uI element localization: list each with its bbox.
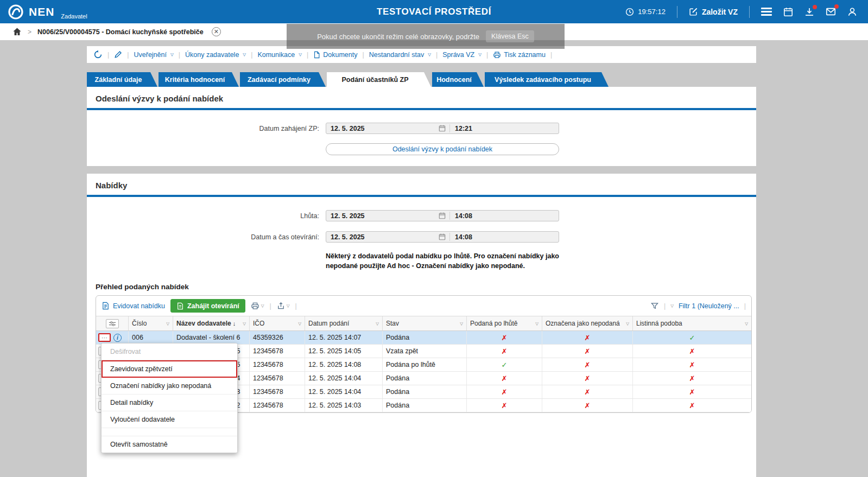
filter-caret-icon[interactable]: ▽ [240, 321, 246, 326]
filter-funnel-icon[interactable] [650, 302, 659, 310]
tab-zakladni-udaje[interactable]: Základní údaje [87, 72, 157, 87]
date-value[interactable]: 12. 5. 2025 [326, 233, 439, 241]
cell-listinna: ✗ [632, 385, 751, 398]
chevron-down-icon: ▽ [261, 303, 264, 308]
session-clock: 19:57:12 [625, 8, 666, 16]
cell-ico: 12345678 [249, 399, 305, 412]
filter-caret-icon[interactable]: ▽ [296, 321, 301, 326]
column-header-datum[interactable]: Datum podání▽ [305, 316, 382, 330]
open-bids-icon [176, 302, 184, 310]
section-underline [87, 195, 756, 197]
menu-divider [102, 428, 237, 436]
menu-item-detail-nabidky[interactable]: Detail nabídky [102, 395, 237, 411]
active-filter-label[interactable]: Filtr 1 (Neuložený ... [679, 302, 739, 310]
cell-listinna: ✗ [632, 372, 751, 385]
filter-caret-icon[interactable]: ▽ [743, 321, 748, 326]
chevron-down-icon: ▽ [428, 52, 431, 57]
cell-nepodana: ✗ [542, 331, 632, 344]
calendar-button[interactable] [783, 7, 793, 17]
cell-po-lhute: ✗ [466, 331, 542, 344]
menu-komunikace[interactable]: Komunikace▽ [257, 51, 302, 59]
zahajit-oteviani-button[interactable]: Zahájit otevírání [170, 299, 245, 313]
header-divider [749, 6, 750, 18]
messages-button[interactable] [826, 7, 836, 17]
filter-caret-icon[interactable]: ▽ [373, 321, 379, 326]
column-header-cislo[interactable]: Číslo▽ [128, 316, 173, 330]
menu-uverejneni[interactable]: Uveřejnění▽ [134, 51, 174, 59]
history-back-icon[interactable] [93, 50, 103, 59]
menu-item-zaevidovat-zpetvzeti[interactable]: Zaevidovat zpětvzetí [102, 360, 237, 378]
breadcrumb-record[interactable]: N006/25/V00004575 - Domácí kuchyňské spo… [37, 28, 204, 36]
print-table-button[interactable]: ▽ [251, 302, 264, 310]
datum-zahajeni-label: Datum zahájení ZP: [87, 125, 322, 132]
edit-record-icon[interactable] [114, 50, 122, 59]
record-tabs: Základní údaje Kritéria hodnocení Zadáva… [87, 72, 610, 87]
tab-zadavaci-podminky[interactable]: Zadávací podmínky [240, 72, 326, 87]
cell-nepodana: ✗ [542, 399, 632, 412]
time-value[interactable]: 12:21 [450, 125, 559, 132]
tab-podani-ucastniku-zp[interactable]: Podání účastníků ZP [327, 72, 431, 87]
menu-sprava-vz[interactable]: Správa VZ▽ [442, 51, 481, 59]
cell-listinna: ✗ [632, 345, 751, 358]
evidovat-nabidku-button[interactable]: Evidovat nabídku [102, 302, 165, 310]
esc-key-hint: Klávesa Esc [486, 30, 534, 42]
main-menu-button[interactable] [761, 6, 772, 17]
column-header-nepodana[interactable]: Označena jako nepodaná▽ [542, 316, 632, 330]
column-settings-icon[interactable] [106, 319, 119, 328]
time-value[interactable]: 14:08 [450, 233, 559, 241]
section-underline [87, 108, 756, 110]
info-icon[interactable]: i [113, 334, 122, 342]
cell-nepodana: ✗ [542, 385, 632, 398]
row-menu-button[interactable]: ⋯ [98, 333, 111, 342]
filter-caret-icon[interactable]: ▽ [164, 321, 169, 326]
cell-stav: Podána [382, 372, 466, 385]
time-value[interactable]: 14:08 [450, 212, 559, 220]
home-icon[interactable] [12, 27, 22, 36]
close-record-icon[interactable]: ✕ [212, 27, 221, 36]
chevron-down-icon[interactable]: ▽ [670, 303, 674, 308]
nen-logo[interactable]: NEN Zadavatel [8, 4, 87, 20]
print-record-button[interactable]: Tisk záznamu [493, 51, 546, 59]
grid-toolbar: Evidovat nabídku Zahájit otevírání ▽ | ▽… [96, 296, 751, 316]
filter-caret-icon[interactable]: ▽ [624, 321, 629, 326]
cell-stav: Podána po lhůtě [382, 358, 466, 371]
menu-dokumenty[interactable]: Dokumenty [313, 51, 357, 59]
chevron-down-icon: ▽ [243, 52, 246, 57]
lhuta-input[interactable]: 12. 5. 2025 14:08 [326, 210, 559, 221]
column-header-stav[interactable]: Stav▽ [382, 316, 466, 330]
menu-ukony-zadavatele[interactable]: Úkony zadavatele▽ [185, 51, 246, 59]
cell-po-lhute: ✗ [466, 399, 542, 412]
calendar-icon[interactable] [439, 233, 446, 240]
column-header-ico[interactable]: IČO▽ [249, 316, 305, 330]
column-header-po-lhute[interactable]: Podaná po lhůtě▽ [466, 316, 542, 330]
cell-po-lhute: ✓ [466, 358, 542, 371]
create-vz-button[interactable]: Založit VZ [689, 7, 738, 16]
tab-vysledek-zadavaciho-postupu[interactable]: Výsledek zadávacího postupu [485, 72, 609, 87]
column-header-listinna[interactable]: Listinná podoba▽ [632, 316, 751, 330]
cell-datum: 12. 5. 2025 14:03 [305, 399, 382, 412]
tab-hodnoceni[interactable]: Hodnocení [432, 72, 484, 87]
cell-datum: 12. 5. 2025 14:07 [305, 331, 382, 344]
menu-item-oznaceni-nepodana[interactable]: Označení nabídky jako nepodaná [102, 378, 237, 395]
export-table-button[interactable]: ▽ [277, 302, 290, 310]
menu-item-otevrit-samostatne[interactable]: Otevřít samostatně [102, 436, 237, 453]
date-value[interactable]: 12. 5. 2025 [326, 212, 439, 220]
menu-item-vylouceni-dodavatele[interactable]: Vyloučení dodavatele [102, 411, 237, 428]
edit-square-icon [689, 7, 698, 16]
tab-kriteria-hodnoceni[interactable]: Kritéria hodnocení [159, 72, 239, 87]
datum-zahajeni-input[interactable]: 12. 5. 2025 12:21 [326, 123, 559, 134]
column-header-nazev[interactable]: Název dodavatele↓▽ [173, 316, 249, 330]
calendar-icon[interactable] [439, 212, 446, 219]
profile-button[interactable] [847, 7, 857, 17]
fullscreen-exit-toast: Pokud chcete ukončit režim celé obrazovk… [287, 24, 565, 49]
downloads-button[interactable] [804, 7, 814, 17]
filter-caret-icon[interactable]: ▽ [458, 321, 463, 326]
menu-item-desifrovat: Dešifrovat [102, 344, 237, 360]
cell-ico: 12345678 [249, 385, 305, 398]
calendar-icon[interactable] [439, 125, 446, 132]
filter-caret-icon[interactable]: ▽ [533, 321, 538, 326]
send-invitation-button[interactable]: Odeslání výzvy k podání nabídek [326, 143, 559, 155]
oteviani-input[interactable]: 12. 5. 2025 14:08 [326, 231, 559, 243]
date-value[interactable]: 12. 5. 2025 [326, 125, 439, 132]
menu-nestandardni-stav[interactable]: Nestandardní stav▽ [369, 51, 431, 59]
